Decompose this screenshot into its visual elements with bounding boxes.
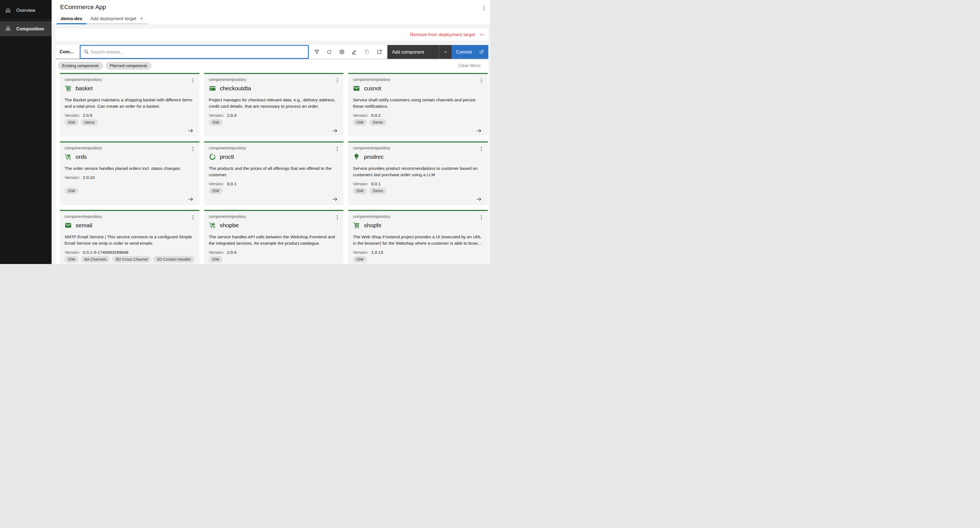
email-filled-icon: [65, 222, 72, 229]
card-title: ords: [76, 153, 87, 160]
card-title-row: cusnot: [353, 85, 483, 92]
card-tag: ISW: [209, 188, 223, 194]
components-column-label: Com...: [56, 45, 80, 59]
card-description: The service handles API calls between th…: [209, 234, 339, 246]
composition-icon: [5, 26, 11, 32]
card-open-arrow-button[interactable]: [331, 127, 339, 134]
clear-filters-button[interactable]: Clear filters: [458, 63, 480, 68]
sidebar-item-overview[interactable]: Overview: [0, 3, 52, 18]
cards-grid: componentrepository basket The Basket pr…: [56, 73, 488, 264]
version-value: 2.0.4: [227, 250, 237, 255]
card-overflow-menu-button[interactable]: [333, 76, 341, 85]
deployment-actions-bar: Remove from deployment target: [56, 29, 488, 41]
card-tags: ISW: [209, 188, 339, 194]
sidebar-divider: [0, 19, 52, 20]
card-overflow-menu-button[interactable]: [477, 213, 485, 222]
version-label: Version:: [209, 182, 224, 186]
component-card: componentrepository shopbe The service h…: [204, 210, 344, 264]
kebab-icon: [335, 215, 340, 220]
card-footer: [353, 264, 483, 264]
arrow-right-icon: [188, 128, 193, 134]
commit-button[interactable]: Commit: [452, 45, 488, 59]
filter-tag-planned-components[interactable]: Planned components: [106, 62, 151, 69]
card-title: basket: [76, 85, 93, 92]
card-overflow-menu-button[interactable]: [189, 76, 197, 85]
card-repository-label: componentrepository: [65, 77, 195, 82]
add-component-button[interactable]: Add component: [387, 45, 439, 59]
card-footer: [209, 195, 339, 203]
commit-label: Commit: [456, 49, 472, 55]
card-open-arrow-button[interactable]: [186, 127, 195, 134]
version-label: Version:: [65, 175, 80, 180]
card-tags: ISW: [209, 119, 339, 126]
kebab-icon: [190, 146, 196, 152]
add-component-dropdown-button[interactable]: [439, 45, 452, 59]
version-value: 2.0.10: [83, 175, 95, 180]
card-repository-label: componentrepository: [353, 77, 483, 82]
kebab-icon: [479, 215, 484, 220]
card-tag: ISW: [353, 188, 367, 194]
version-label: Version:: [209, 113, 224, 118]
card-open-arrow-button[interactable]: [331, 264, 339, 264]
card-tag: ISW: [209, 256, 223, 263]
component-card: componentrepository checkoutdta Project …: [204, 73, 344, 137]
card-tag: ISW: [353, 119, 367, 126]
card-tags: ISWDemo: [353, 188, 483, 194]
sidebar-item-composition[interactable]: Composition: [0, 21, 52, 36]
card-description: The order service handles placed orders …: [65, 165, 195, 171]
edit-button[interactable]: [350, 47, 359, 57]
tab-demo-dev[interactable]: demo-dev: [57, 14, 86, 24]
kebab-icon: [479, 146, 484, 152]
card-version: Version:2.0.4: [209, 250, 339, 255]
version-label: Version:: [353, 182, 368, 186]
version-label: Version:: [353, 113, 368, 118]
add-component-label: Add component: [392, 49, 424, 55]
settings-button[interactable]: [337, 47, 347, 57]
card-footer: [209, 264, 339, 264]
card-tags: ISWDemo: [353, 119, 483, 126]
search-input[interactable]: [91, 49, 305, 55]
card-title: shopbe: [220, 222, 239, 229]
card-footer: [65, 195, 195, 203]
card-title-row: ords: [65, 153, 195, 161]
card-repository-label: componentrepository: [209, 214, 339, 219]
chevron-down-icon: [443, 50, 448, 54]
card-open-arrow-button[interactable]: [475, 195, 483, 203]
kebab-icon: [479, 78, 484, 83]
page-overflow-menu-button[interactable]: [479, 3, 488, 13]
card-overflow-menu-button[interactable]: [477, 76, 485, 85]
filter-bar: Existing components Planned components C…: [56, 59, 488, 73]
card-description: The Web Shop Frontend project provides a…: [353, 234, 483, 246]
component-card: componentrepository basket The Basket pr…: [60, 73, 199, 137]
version-value: 1.0.13: [371, 250, 383, 255]
card-overflow-menu-button[interactable]: [333, 213, 341, 222]
card-footer: [353, 127, 483, 134]
card-overflow-menu-button[interactable]: [189, 213, 197, 222]
launch-button[interactable]: [375, 47, 384, 57]
card-open-arrow-button[interactable]: [475, 264, 483, 264]
card-description: SMTP Email Service | This service connec…: [65, 234, 195, 246]
card-open-arrow-button[interactable]: [186, 264, 195, 264]
tab-label: Add deployment target: [91, 16, 136, 21]
shopping-cart-icon: [353, 222, 360, 229]
card-overflow-menu-button[interactable]: [333, 145, 341, 153]
filter-icon: [314, 49, 319, 54]
filter-tag-existing-components[interactable]: Existing components: [58, 62, 103, 69]
copy-button[interactable]: [362, 47, 372, 57]
filter-button[interactable]: [312, 47, 321, 57]
card-overflow-menu-button[interactable]: [477, 145, 485, 153]
card-tag: BA Channels: [81, 256, 110, 263]
remove-from-deployment-target-button[interactable]: Remove from deployment target: [410, 32, 484, 37]
card-description: Project manages for checkout relevant da…: [209, 97, 339, 109]
card-tag: BD Cross Channel: [112, 256, 151, 263]
card-open-arrow-button[interactable]: [186, 195, 195, 203]
card-open-arrow-button[interactable]: [475, 127, 483, 134]
card-repository-label: componentrepository: [209, 146, 339, 150]
idea-icon: [353, 153, 360, 160]
main-area: ECommerce App demo-dev Add deployment ta…: [52, 0, 490, 264]
card-overflow-menu-button[interactable]: [189, 145, 197, 153]
renew-button[interactable]: [325, 47, 334, 57]
arrow-right-icon: [476, 196, 482, 202]
tab-add-deployment-target[interactable]: Add deployment target: [86, 14, 148, 24]
card-open-arrow-button[interactable]: [331, 195, 339, 203]
